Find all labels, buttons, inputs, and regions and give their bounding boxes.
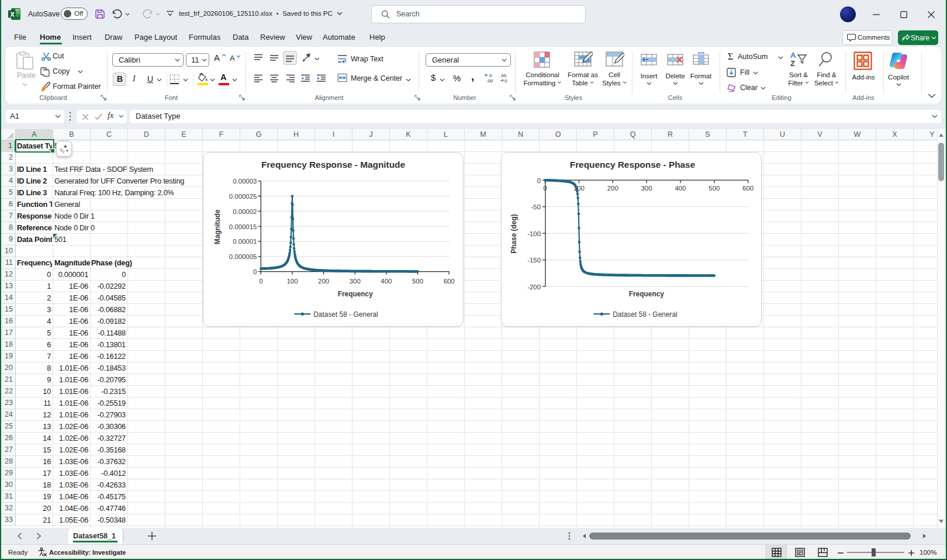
svg-text:0.00001: 0.00001 [233,238,257,245]
svg-text:300: 300 [350,278,361,285]
svg-text:0: 0 [537,177,541,184]
svg-text:200: 200 [318,278,329,285]
svg-text:Frequency Response - Magnitude: Frequency Response - Magnitude [261,160,405,170]
svg-text:Frequency: Frequency [338,290,374,298]
svg-text:Frequency: Frequency [629,290,665,298]
svg-text:.00: .00 [500,73,507,78]
svg-text:0.000015: 0.000015 [229,223,257,230]
svg-text:-150: -150 [527,257,541,264]
svg-text:0.00002: 0.00002 [233,208,257,215]
svg-text:0.000005: 0.000005 [229,253,257,260]
svg-text:0.000025: 0.000025 [229,193,257,200]
svg-text:Magnitude: Magnitude [213,209,222,244]
svg-text:.00: .00 [486,78,493,83]
svg-text:0: 0 [259,278,262,285]
svg-text:400: 400 [675,185,686,192]
svg-text:0: 0 [489,73,492,78]
svg-text:-50: -50 [531,203,541,210]
svg-text:0: 0 [253,268,257,275]
svg-text:0.00003: 0.00003 [233,178,257,185]
svg-text:Z: Z [790,59,795,68]
svg-text:300: 300 [641,185,652,192]
svg-text:600: 600 [742,185,754,192]
svg-text:Dataset 58 - General: Dataset 58 - General [313,310,378,319]
svg-text:Phase (deg): Phase (deg) [510,214,518,254]
svg-text:100: 100 [286,278,298,285]
svg-text:0: 0 [543,185,547,192]
svg-text:A: A [790,51,796,60]
svg-text:Dataset 58 - General: Dataset 58 - General [613,310,678,319]
svg-text:200: 200 [607,185,618,192]
svg-text:-200: -200 [527,284,541,291]
svg-text:400: 400 [381,278,392,285]
svg-text:600: 600 [444,278,455,285]
svg-text:Frequency Response - Phase: Frequency Response - Phase [570,160,696,170]
svg-text:-100: -100 [527,230,541,237]
svg-text:500: 500 [708,185,720,192]
svg-text:500: 500 [412,278,423,285]
svg-text:0: 0 [504,78,507,83]
